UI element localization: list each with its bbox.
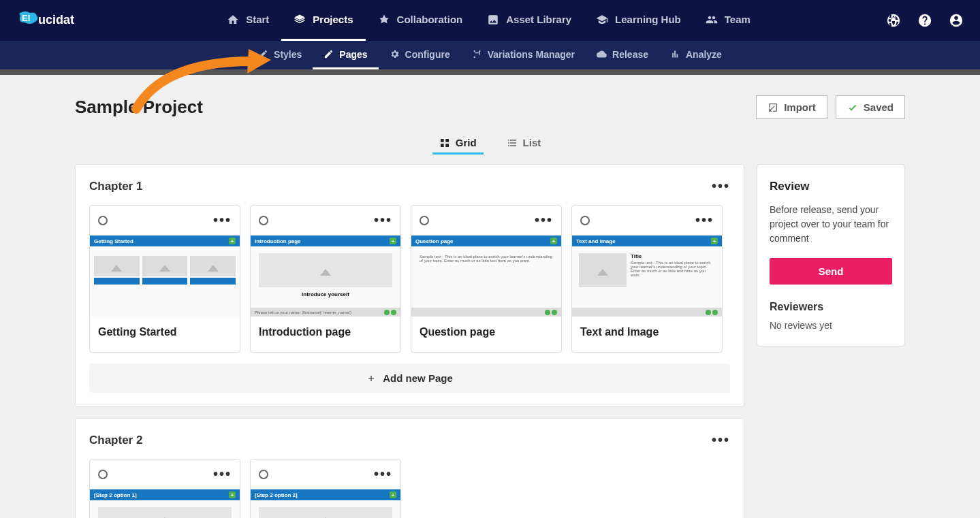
subnav-configure[interactable]: Configure — [379, 41, 461, 69]
image-icon — [487, 14, 499, 26]
select-radio[interactable] — [580, 216, 590, 225]
branch-icon — [472, 49, 482, 59]
chapter-more-icon[interactable]: ••• — [712, 178, 730, 194]
select-radio[interactable] — [98, 216, 108, 225]
page-more-icon[interactable]: ••• — [374, 466, 392, 482]
add-page-button[interactable]: Add new Page — [89, 363, 730, 393]
hands-icon — [378, 14, 390, 26]
chart-icon — [670, 49, 680, 59]
chapter-card: Chapter 2 ••• ••• [Step 2 option 1]+ [St… — [75, 418, 744, 518]
topnav: Start Projects Collaboration Asset Libra… — [215, 0, 763, 41]
help-icon[interactable] — [917, 13, 932, 28]
subnav-pages[interactable]: Pages — [313, 41, 378, 69]
plus-icon — [366, 374, 376, 383]
topnav-learning-hub[interactable]: Learning Hub — [584, 0, 693, 41]
topnav-start[interactable]: Start — [215, 0, 281, 41]
content: Chapter 1 ••• ••• Getting Started+ Getti… — [0, 164, 980, 518]
page-more-icon[interactable]: ••• — [374, 212, 392, 228]
page-card[interactable]: ••• Getting Started+ Getting Started — [89, 205, 240, 353]
list-icon — [507, 137, 518, 148]
page-thumbnail: Text and Image+ TitleSample text - This … — [572, 235, 722, 317]
review-title: Review — [770, 180, 892, 193]
globe-icon[interactable] — [886, 13, 901, 28]
page-card[interactable]: ••• Text and Image+ TitleSample text - T… — [571, 205, 723, 353]
gear-icon — [390, 49, 400, 59]
edit-icon — [323, 49, 334, 59]
view-tab-grid[interactable]: Grid — [432, 133, 484, 155]
select-radio[interactable] — [259, 216, 268, 225]
svg-text:El: El — [22, 13, 30, 23]
chapter-title: Chapter 2 — [89, 434, 142, 447]
subnav-analyze[interactable]: Analyze — [659, 41, 733, 69]
page-card[interactable]: ••• [Step 2 option 2]+ [Step name] — [250, 459, 401, 518]
page-thumbnail: Question page+ Sample text - This is an … — [411, 235, 561, 317]
pencil-icon — [258, 49, 268, 59]
page-title: Sample Project — [75, 97, 203, 118]
chapters: Chapter 1 ••• ••• Getting Started+ Getti… — [75, 164, 744, 518]
layers-icon — [294, 14, 306, 26]
topbar: Elucidat Start Projects Collaboration As… — [0, 0, 980, 41]
page-header: Sample Project Import Saved — [0, 75, 980, 133]
page-label: Text and Image — [572, 317, 722, 352]
check-icon — [847, 102, 858, 113]
saved-button[interactable]: Saved — [836, 95, 905, 119]
topnav-team[interactable]: Team — [693, 0, 763, 41]
chapter-more-icon[interactable]: ••• — [712, 432, 730, 448]
svg-text:ucidat: ucidat — [38, 13, 74, 27]
page-label: Introduction page — [251, 317, 400, 352]
import-button[interactable]: Import — [756, 95, 827, 119]
topnav-projects[interactable]: Projects — [281, 0, 365, 41]
page-label: Getting Started — [90, 317, 240, 352]
graduation-icon — [596, 14, 608, 26]
select-radio[interactable] — [420, 216, 429, 225]
page-thumbnail: Introduction page+ Introduce yourselfPle… — [251, 235, 400, 317]
page-thumbnail: [Step 2 option 2]+ [Step name] — [251, 489, 400, 518]
topnav-collaboration[interactable]: Collaboration — [366, 0, 475, 41]
cloud-icon — [597, 49, 607, 59]
subnav-variations[interactable]: Variations Manager — [461, 41, 586, 69]
subnav-styles[interactable]: Styles — [247, 41, 313, 69]
select-radio[interactable] — [259, 470, 268, 479]
import-icon — [768, 102, 778, 113]
send-button[interactable]: Send — [770, 258, 892, 285]
subnav-release[interactable]: Release — [586, 41, 659, 69]
page-thumbnail: [Step 2 option 1]+ [Step name] — [90, 489, 240, 518]
select-radio[interactable] — [98, 470, 108, 479]
page-card[interactable]: ••• [Step 2 option 1]+ [Step name] — [89, 459, 240, 518]
top-icons — [886, 13, 964, 28]
chapter-card: Chapter 1 ••• ••• Getting Started+ Getti… — [75, 164, 744, 407]
page-label: Question page — [411, 317, 561, 352]
page-more-icon[interactable]: ••• — [213, 466, 232, 482]
subnav: Styles Pages Configure Variations Manage… — [0, 41, 980, 69]
home-icon — [227, 14, 239, 26]
divider — [0, 69, 980, 75]
chapter-title: Chapter 1 — [89, 180, 142, 193]
page-more-icon[interactable]: ••• — [213, 212, 232, 228]
view-tabs: Grid List — [0, 133, 980, 155]
page-more-icon[interactable]: ••• — [695, 212, 714, 228]
grid-icon — [439, 137, 450, 148]
logo[interactable]: Elucidat — [16, 10, 91, 31]
header-buttons: Import Saved — [756, 95, 905, 119]
user-icon[interactable] — [949, 13, 964, 28]
review-text: Before release, send your project over t… — [770, 203, 892, 246]
review-panel: Review Before release, send your project… — [757, 164, 905, 346]
page-thumbnail: Getting Started+ — [90, 235, 240, 317]
page-card[interactable]: ••• Introduction page+ Introduce yoursel… — [250, 205, 401, 353]
view-tab-list[interactable]: List — [500, 133, 548, 155]
topnav-asset-library[interactable]: Asset Library — [475, 0, 584, 41]
page-card[interactable]: ••• Question page+ Sample text - This is… — [411, 205, 562, 353]
page-more-icon[interactable]: ••• — [535, 212, 553, 228]
reviewers-title: Reviewers — [770, 301, 892, 313]
reviewers-text: No reviews yet — [770, 320, 892, 331]
team-icon — [706, 14, 718, 26]
